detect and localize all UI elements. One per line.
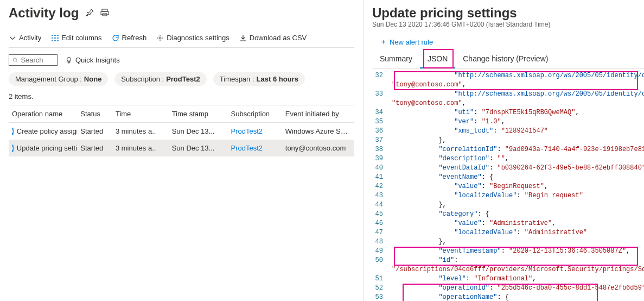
svg-rect-1	[101, 11, 109, 15]
detail-subtitle: Sun Dec 13 2020 17:36:46 GMT+0200 (Israe…	[372, 21, 644, 28]
code-line: 37 },	[372, 136, 644, 145]
quick-insights-button[interactable]: Quick Insights	[65, 56, 120, 64]
quick-insights-label: Quick Insights	[75, 56, 120, 64]
detail-pane: Update pricing settings Sun Dec 13 2020 …	[364, 0, 644, 301]
code-line: "tony@contoso.com",	[372, 99, 644, 108]
code-line: 33 "http://schemas.xmlsoap.org/ws/2005/0…	[372, 90, 644, 99]
code-line: 39 "description": "",	[372, 154, 644, 164]
column-header[interactable]: Time stamp	[169, 105, 228, 123]
info-icon: i	[12, 145, 14, 152]
code-line: 34 "uti": "7dnspKTE5ki5qRBGQweMAQ",	[372, 108, 644, 117]
download-label: Download as CSV	[250, 34, 307, 42]
code-line: 46 "value": "Administrative",	[372, 219, 644, 228]
info-icon: i	[12, 128, 14, 135]
code-line: 50 "id":	[372, 256, 644, 265]
code-line: 49 "eventTimestamp": "2020-12-13T15:36:4…	[372, 247, 644, 256]
code-line: 41 "eventName": {	[372, 173, 644, 182]
tab-json[interactable]: JSON	[420, 50, 455, 68]
tab-change-history[interactable]: Change history (Preview)	[455, 50, 556, 68]
json-viewer[interactable]: 32 "http://schemas.xmlsoap.org/ws/2005/0…	[372, 71, 644, 301]
table-row[interactable]: iUpdate pricing settingsStarted3 minutes…	[9, 140, 354, 156]
code-line: 51 "level": "Informational",	[372, 274, 644, 284]
table-row[interactable]: iCreate policy assignmentStarted3 minute…	[9, 123, 354, 140]
download-button[interactable]: Download as CSV	[239, 34, 307, 42]
new-alert-button[interactable]: ＋ New alert rule	[380, 37, 644, 47]
items-count: 2 items.	[9, 92, 354, 101]
column-header[interactable]: Event initiated by	[282, 105, 354, 123]
code-line: "/subscriptions/04cd6fff/providers/Micro…	[372, 265, 644, 274]
code-line: 35 "ver": "1.0",	[372, 117, 644, 127]
refresh-button[interactable]: Refresh	[112, 34, 147, 42]
code-line: 32 "http://schemas.xmlsoap.org/ws/2005/0…	[372, 71, 644, 80]
svg-point-3	[159, 37, 161, 39]
filter-subscription[interactable]: Subscription : ProdTest2	[114, 72, 206, 86]
filter-timespan[interactable]: Timespan : Last 6 hours	[213, 72, 305, 86]
search-row: Quick Insights	[9, 54, 354, 66]
diagnostics-button[interactable]: Diagnostics settings	[156, 34, 229, 42]
column-header[interactable]: Operation name	[9, 105, 77, 123]
search-input[interactable]	[21, 56, 54, 64]
svg-point-4	[13, 58, 16, 61]
activity-dropdown[interactable]: Activity	[9, 34, 41, 42]
new-alert-label: New alert rule	[390, 38, 433, 46]
code-line: 40 "eventDataId": "b0390264-62f3-49e5-be…	[372, 164, 644, 173]
print-icon[interactable]	[100, 8, 109, 18]
column-header[interactable]: Time	[112, 105, 169, 123]
filter-management-group[interactable]: Management Group : None	[9, 72, 108, 86]
column-header[interactable]: Status	[77, 105, 112, 123]
activity-table: Operation nameStatusTimeTime stampSubscr…	[9, 105, 354, 156]
code-line: 45 "category": {	[372, 210, 644, 219]
code-line: 38 "correlationId": "9ad0940a-7140-4a4f-…	[372, 145, 644, 154]
subscription-link[interactable]: ProdTest2	[228, 123, 282, 140]
activity-label: Activity	[19, 34, 41, 42]
subscription-link[interactable]: ProdTest2	[228, 140, 282, 156]
code-line: 52 "operationId": "2b5d546c-dba0-455c-8d…	[372, 284, 644, 293]
filter-row: Management Group : None Subscription : P…	[9, 72, 354, 86]
svg-point-5	[67, 57, 71, 61]
code-line: 47 "localizedValue": "Administrative"	[372, 228, 644, 237]
diagnostics-label: Diagnostics settings	[167, 34, 229, 42]
plus-icon: ＋	[380, 37, 387, 47]
svg-rect-0	[102, 9, 107, 11]
page-title: Activity log	[9, 5, 79, 21]
code-line: 43 "localizedValue": "Begin request"	[372, 191, 644, 200]
code-line: 44 },	[372, 200, 644, 210]
edit-columns-button[interactable]: Edit columns	[51, 34, 101, 42]
refresh-label: Refresh	[122, 34, 147, 42]
activity-log-pane: Activity log Activity Edit columns Refre…	[0, 0, 364, 301]
code-line: "tony@contoso.com",	[372, 80, 644, 90]
pin-icon[interactable]	[85, 8, 94, 18]
title-row: Activity log	[9, 5, 354, 21]
tab-summary[interactable]: Summary	[372, 50, 420, 68]
detail-tabs: Summary JSON Change history (Preview)	[372, 50, 644, 69]
column-header[interactable]: Subscription	[228, 105, 282, 123]
code-line: 53 "operationName": {	[372, 293, 644, 301]
code-line: 42 "value": "BeginRequest",	[372, 182, 644, 191]
edit-columns-label: Edit columns	[61, 34, 101, 42]
lightbulb-icon	[65, 57, 73, 64]
code-line: 48 },	[372, 237, 644, 247]
search-icon	[12, 57, 18, 64]
code-line: 36 "xms_tcdt": "1289241547"	[372, 127, 644, 136]
detail-title: Update pricing settings	[372, 5, 644, 21]
search-box[interactable]	[9, 54, 58, 66]
toolbar: Activity Edit columns Refresh Diagnostic…	[9, 34, 354, 48]
